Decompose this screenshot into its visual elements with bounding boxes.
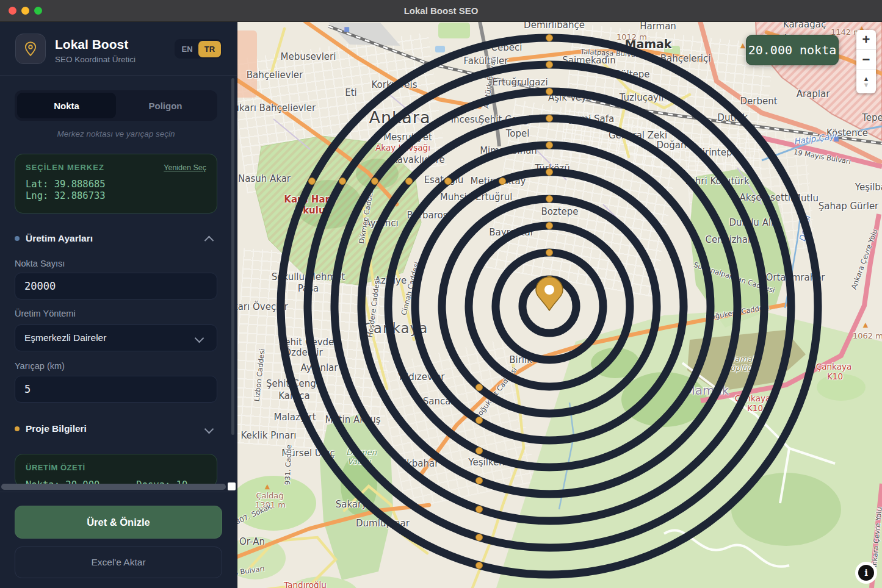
scrollbar-corner — [228, 482, 236, 490]
vertical-scrollbar[interactable] — [231, 78, 234, 435]
attribution-info-button[interactable]: i — [855, 562, 877, 584]
map-zoom-control: + − ▲ ▼ — [856, 30, 876, 93]
project-section-header[interactable]: Proje Bilgileri — [15, 422, 217, 436]
method-select[interactable]: Eşmerkezli Daireler — [15, 324, 217, 351]
triangle-down-icon: ▼ — [863, 82, 870, 88]
map-canvas[interactable]: MebusevleriEtiBahçelievlerYukarı Bahçeli… — [237, 21, 882, 588]
radius-input[interactable] — [15, 376, 217, 403]
generation-section-header[interactable]: Üretim Ayarları — [15, 232, 217, 245]
point-count-input[interactable] — [15, 273, 217, 299]
minimize-window-button[interactable] — [21, 7, 29, 15]
zoom-out-button[interactable]: − — [856, 50, 876, 70]
horizontal-scrollbar[interactable] — [1, 484, 226, 490]
summary-title: ÜRETİM ÖZETİ — [26, 463, 206, 472]
tab-poligon[interactable]: Poligon — [116, 93, 215, 118]
sidebar: Lokal Boost SEO Koordinat Üretici EN TR … — [0, 21, 237, 588]
location-pin-icon — [23, 41, 38, 57]
app-title: Lokal Boost — [55, 37, 128, 52]
divider — [0, 75, 237, 76]
window-title: Lokal Boost SEO — [404, 5, 479, 16]
window-titlebar: Lokal Boost SEO — [0, 0, 882, 22]
chevron-down-icon — [204, 424, 214, 434]
method-label: Üretim Yöntemi — [15, 309, 76, 318]
info-icon: i — [858, 565, 874, 581]
project-section-title: Proje Bilgileri — [26, 423, 206, 434]
section-dot-icon — [15, 236, 20, 241]
lang-en-button[interactable]: EN — [176, 41, 198, 57]
tab-nokta[interactable]: Nokta — [17, 93, 116, 118]
method-value: Eşmerkezli Daireler — [24, 332, 106, 343]
lang-tr-button[interactable]: TR — [198, 41, 221, 57]
language-toggle: EN TR — [175, 39, 222, 59]
sidebar-footer: Üret & Önizle Excel'e Aktar — [0, 492, 237, 588]
mode-hint: Merkez noktası ve yarıçap seçin — [0, 129, 232, 138]
generation-section-title: Üretim Ayarları — [26, 233, 206, 244]
selected-center-panel: SEÇİLEN MERKEZ Yeniden Seç Lat: 39.88868… — [15, 154, 217, 213]
mode-tabs: Nokta Poligon — [15, 90, 217, 121]
close-window-button[interactable] — [9, 7, 16, 15]
summary-panel: ÜRETİM ÖZETİ Nokta: 20.000 Dosya: 10 — [15, 454, 217, 487]
point-count-badge: 20.000 nokta — [746, 35, 839, 65]
generate-button[interactable]: Üret & Önizle — [15, 506, 222, 539]
reselect-center-link[interactable]: Yeniden Seç — [164, 163, 206, 172]
tilt-control-button[interactable]: ▲ ▼ — [856, 70, 876, 93]
app-logo — [15, 34, 46, 64]
center-lng-value: Lng: 32.886733 — [26, 190, 206, 202]
chevron-down-icon — [195, 333, 204, 343]
zoom-window-button[interactable] — [34, 7, 42, 15]
app-subtitle: SEO Koordinat Üretici — [55, 55, 136, 64]
center-marker — [237, 21, 882, 588]
export-excel-button[interactable]: Excel'e Aktar — [15, 547, 222, 578]
center-lat-value: Lat: 39.888685 — [26, 179, 206, 190]
point-count-label: Nokta Sayısı — [15, 259, 65, 268]
chevron-up-icon — [204, 235, 214, 245]
selected-center-title: SEÇİLEN MERKEZ — [26, 163, 104, 172]
radius-label: Yarıçap (km) — [15, 361, 65, 371]
zoom-in-button[interactable]: + — [856, 30, 876, 50]
section-dot-icon — [15, 426, 20, 431]
